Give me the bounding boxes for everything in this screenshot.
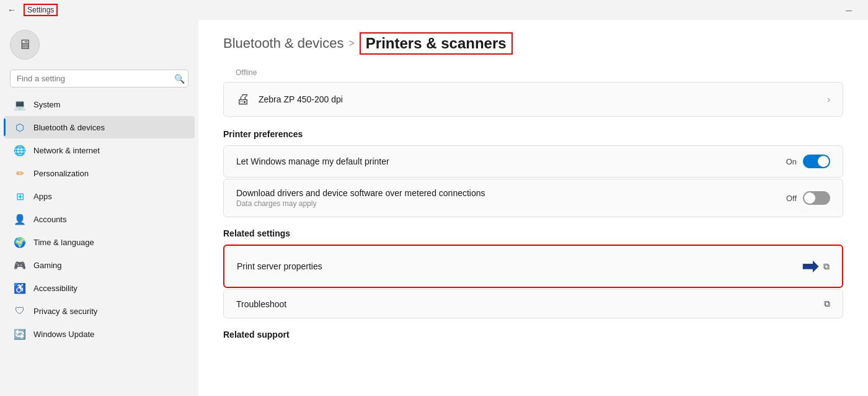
titlebar: ← Settings — <box>0 0 868 20</box>
page-title: Printers & scanners <box>360 32 513 55</box>
printer-icon: 🖨 <box>236 91 250 107</box>
pref-label-0: Let Windows manage my default printer <box>236 156 786 166</box>
breadcrumb-parent[interactable]: Bluetooth & devices <box>223 35 343 52</box>
preference-metered[interactable]: Download drivers and device software ove… <box>223 179 843 217</box>
sidebar-item-label-bluetooth: Bluetooth & devices <box>33 123 105 132</box>
toggle-thumb-2 <box>804 192 815 204</box>
search-input[interactable] <box>10 70 188 88</box>
nav-list: 💻 System ⬡ Bluetooth & devices 🌐 Network… <box>0 92 198 346</box>
sidebar-item-label-gaming: Gaming <box>33 261 62 270</box>
related-label-0: Print server properties <box>237 261 322 271</box>
related-support-title: Related support <box>223 320 843 344</box>
external-link-icon-2: ⧉ <box>824 299 830 309</box>
related-print-server[interactable]: Print server properties ➡ ⧉ <box>223 245 843 288</box>
sidebar-item-apps[interactable]: ⊞ Apps <box>4 185 195 207</box>
search-icon[interactable]: 🔍 <box>174 74 185 84</box>
app-title: Settings <box>24 4 58 16</box>
accounts-icon: 👤 <box>14 213 26 225</box>
back-button[interactable]: ← <box>5 4 19 16</box>
sidebar-item-gaming[interactable]: 🎮 Gaming <box>4 254 195 276</box>
sidebar-item-label-apps: Apps <box>33 192 52 201</box>
sidebar-item-accounts[interactable]: 👤 Accounts <box>4 208 195 230</box>
sidebar-item-label-time: Time & language <box>33 238 94 247</box>
printer-name: Zebra ZP 450-200 dpi <box>259 94 818 104</box>
sidebar-item-bluetooth[interactable]: ⬡ Bluetooth & devices <box>4 116 195 138</box>
search-box: 🔍 <box>10 70 188 88</box>
sidebar-item-label-system: System <box>33 100 60 109</box>
pref-status-1: Off <box>786 194 797 203</box>
update-icon: 🔄 <box>14 328 26 340</box>
avatar-icon: 🖥 <box>18 37 32 53</box>
related-settings-title: Related settings <box>223 218 843 243</box>
toggle-default-printer[interactable] <box>803 155 830 168</box>
user-section: 🖥 <box>0 20 198 65</box>
offline-label: Offline <box>223 65 843 79</box>
breadcrumb-separator: > <box>348 38 354 49</box>
printers-section: Offline 🖨 Zebra ZP 450-200 dpi › Printer… <box>198 65 868 344</box>
external-link-icon: ⧉ <box>823 261 830 272</box>
printer-item[interactable]: 🖨 Zebra ZP 450-200 dpi › <box>223 82 843 117</box>
sidebar-item-system[interactable]: 💻 System <box>4 93 195 115</box>
main-content: Bluetooth & devices > Printers & scanner… <box>198 20 868 396</box>
app-container: 🖥 🔍 💻 System ⬡ Bluetooth & devices 🌐 Net… <box>0 20 868 396</box>
arrow-icon: ➡ <box>802 254 818 278</box>
window-controls: — <box>835 0 863 20</box>
minimize-button[interactable]: — <box>835 0 863 20</box>
preference-default-printer[interactable]: Let Windows manage my default printer On <box>223 145 843 178</box>
sidebar-item-label-privacy: Privacy & security <box>33 307 97 316</box>
printer-chevron-icon: › <box>827 94 830 104</box>
bluetooth-icon: ⬡ <box>14 121 26 133</box>
apps-icon: ⊞ <box>14 190 26 202</box>
pref-sublabel-1: Data charges may apply <box>236 199 786 208</box>
accessibility-icon: ♿ <box>14 282 26 294</box>
pref-label-1: Download drivers and device software ove… <box>236 188 786 198</box>
related-troubleshoot[interactable]: Troubleshoot ⧉ <box>223 289 843 318</box>
sidebar-item-privacy[interactable]: 🛡 Privacy & security <box>4 300 195 322</box>
time-icon: 🌍 <box>14 236 26 248</box>
avatar: 🖥 <box>10 30 40 60</box>
system-icon: 💻 <box>14 98 26 110</box>
toggle-thumb <box>818 156 829 167</box>
pref-status-0: On <box>786 157 797 166</box>
personalization-icon: ✏ <box>14 167 26 179</box>
sidebar-item-network[interactable]: 🌐 Network & internet <box>4 139 195 161</box>
sidebar: 🖥 🔍 💻 System ⬡ Bluetooth & devices 🌐 Net… <box>0 20 198 396</box>
related-label-1: Troubleshoot <box>236 299 286 309</box>
sidebar-item-label-personalization: Personalization <box>33 169 89 178</box>
sidebar-item-time[interactable]: 🌍 Time & language <box>4 231 195 253</box>
printer-preferences-title: Printer preferences <box>223 119 843 144</box>
sidebar-item-personalization[interactable]: ✏ Personalization <box>4 162 195 184</box>
toggle-metered[interactable] <box>803 191 830 205</box>
breadcrumb: Bluetooth & devices > Printers & scanner… <box>198 20 868 65</box>
privacy-icon: 🛡 <box>14 305 26 317</box>
sidebar-item-accessibility[interactable]: ♿ Accessibility <box>4 277 195 299</box>
network-icon: 🌐 <box>14 144 26 156</box>
gaming-icon: 🎮 <box>14 259 26 271</box>
sidebar-item-label-accounts: Accounts <box>33 215 66 224</box>
sidebar-item-label-network: Network & internet <box>33 146 100 155</box>
sidebar-item-update[interactable]: 🔄 Windows Update <box>4 323 195 345</box>
sidebar-item-label-accessibility: Accessibility <box>33 284 78 293</box>
sidebar-item-label-update: Windows Update <box>33 330 94 339</box>
